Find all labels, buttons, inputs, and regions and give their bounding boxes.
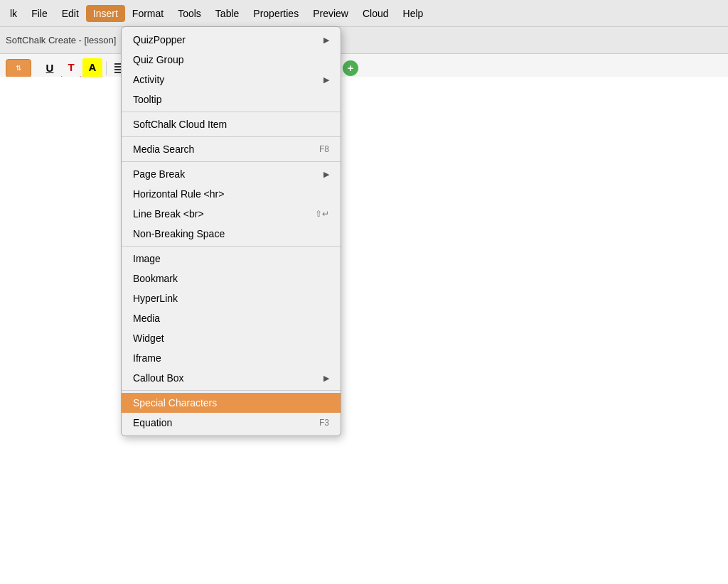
menu-item-quiz-group[interactable]: Quiz Group [122, 50, 341, 70]
toolbar-sep-1 [106, 61, 107, 75]
arrow-icon: ▶ [323, 374, 329, 383]
menu-item-activity[interactable]: Activity ▶ [122, 70, 341, 90]
menu-edit[interactable]: Edit [55, 5, 86, 22]
menu-preview[interactable]: Preview [306, 5, 355, 22]
menu-file[interactable]: File [24, 5, 55, 22]
menu-item-page-break[interactable]: Page Break ▶ [122, 164, 341, 184]
arrow-icon: ▶ [323, 170, 329, 179]
menu-item-callout-box[interactable]: Callout Box ▶ [122, 368, 341, 388]
line-break-shortcut: ⇧↵ [315, 209, 329, 219]
menu-sep-4 [122, 246, 341, 247]
menu-item-iframe[interactable]: Iframe [122, 348, 341, 368]
text-color-button[interactable]: T [61, 58, 81, 78]
menu-item-horizontal-rule[interactable]: Horizontal Rule <hr> [122, 184, 341, 204]
menu-help[interactable]: Help [396, 5, 431, 22]
highlight-button[interactable]: A [82, 58, 102, 78]
arrow-icon: ▶ [323, 36, 329, 45]
menu-sep-5 [122, 390, 341, 391]
arrow-icon: ▶ [323, 75, 329, 85]
menu-item-media-search[interactable]: Media Search F8 [122, 139, 341, 159]
menu-table[interactable]: Table [208, 5, 246, 22]
menu-item-media[interactable]: Media [122, 308, 341, 328]
menu-item-hyperlink[interactable]: HyperLink [122, 288, 341, 308]
menu-cloud[interactable]: Cloud [355, 5, 396, 22]
menu-item-non-breaking-space[interactable]: Non-Breaking Space [122, 224, 341, 244]
menu-bar: lk File Edit Insert Format Tools Table P… [0, 0, 728, 27]
content-area [0, 77, 728, 584]
insert-dropdown-menu: QuizPopper ▶ Quiz Group Activity ▶ Toolt… [121, 26, 341, 436]
font-size-spinner[interactable]: ⇅ [6, 59, 31, 77]
menu-item-equation[interactable]: Equation F3 [122, 413, 341, 433]
underline-button[interactable]: U [40, 58, 60, 78]
menu-format[interactable]: Format [125, 5, 171, 22]
menu-lk[interactable]: lk [3, 5, 24, 22]
menu-item-bookmark[interactable]: Bookmark [122, 269, 341, 288]
app-title: SoftChalk Create - [lesson] [6, 35, 116, 45]
menu-item-tooltip[interactable]: Tooltip [122, 90, 341, 109]
menu-properties[interactable]: Properties [246, 5, 306, 22]
equation-shortcut: F3 [319, 418, 329, 428]
menu-sep-1 [122, 112, 341, 112]
menu-tools[interactable]: Tools [171, 5, 208, 22]
menu-item-softchalk-cloud[interactable]: SoftChalk Cloud Item [122, 114, 341, 134]
menu-sep-2 [122, 136, 341, 137]
menu-insert[interactable]: Insert [86, 5, 125, 22]
menu-sep-3 [122, 161, 341, 162]
add-button[interactable]: + [343, 60, 358, 76]
menu-item-quizpopper[interactable]: QuizPopper ▶ [122, 30, 341, 50]
menu-item-line-break[interactable]: Line Break <br> ⇧↵ [122, 204, 341, 224]
menu-item-special-characters[interactable]: Special Characters [122, 393, 341, 413]
menu-item-image[interactable]: Image [122, 249, 341, 269]
menu-item-widget[interactable]: Widget [122, 328, 341, 348]
media-search-shortcut: F8 [319, 144, 329, 154]
